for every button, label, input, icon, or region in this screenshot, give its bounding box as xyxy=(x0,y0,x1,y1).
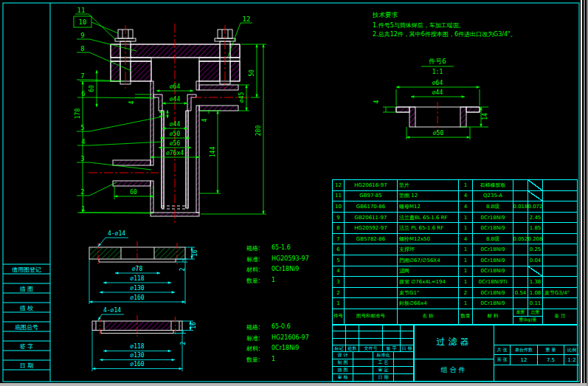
bom-w2: 0.072 xyxy=(528,201,543,213)
bom-no: 4 xyxy=(333,266,345,278)
detail6-dim-h: 14 xyxy=(482,113,488,120)
flange-a-dim-d2: ∅118 xyxy=(130,275,144,282)
bom-no: 12 xyxy=(333,180,345,191)
bom-std xyxy=(345,288,398,299)
bom-std: HG20592-97 xyxy=(345,223,398,234)
bom-no: 7 xyxy=(333,234,345,245)
bom-name: 螺栓M12x50 xyxy=(398,234,459,245)
bom-name: 螺母M12 xyxy=(398,201,459,213)
qty-label: 数量: xyxy=(246,356,271,367)
product-name: 过滤器 xyxy=(414,325,494,359)
bom-header-w1: 单重 xyxy=(513,309,528,317)
bom-w2: 0.04 xyxy=(528,255,543,266)
signature-grid: 设 计标准化 制 图工 艺 描 图审 定 审 核日 期 xyxy=(333,352,414,382)
bom-mat: 0Cr18Ni9Ti xyxy=(473,277,513,288)
bom-w2: 1.85 xyxy=(528,223,543,234)
bom-w2 xyxy=(528,266,543,278)
qty-value: 1 xyxy=(271,356,335,367)
flange-b-dim-d3: ∅130 xyxy=(130,352,144,359)
bom-w2: 0.25 xyxy=(528,244,543,255)
bom-name: 垫片 xyxy=(398,180,459,191)
flange-b-dim-thk: 16 xyxy=(190,322,197,329)
detail6-dim-thk: 4 xyxy=(373,100,380,103)
bom-remark xyxy=(543,223,577,234)
bom-qty: 1 xyxy=(459,223,473,234)
balloon-2: 2 xyxy=(80,188,84,196)
revision-rows xyxy=(333,325,414,345)
sheets-total-label: 共 张 xyxy=(494,345,511,355)
table-row: 10GB6170-86螺母M1248.8级0.0180.072 xyxy=(333,201,577,213)
bom-name: 接管 ∅76x4L=194 xyxy=(398,277,459,288)
bom-w2 xyxy=(528,191,543,202)
bom-qty: 1 xyxy=(459,266,473,278)
dim-d44b: ∅44 xyxy=(170,121,181,128)
bom-mat: 0Cr18Ni9 xyxy=(473,223,513,234)
bom-std: GB20611-97 xyxy=(345,213,398,224)
bom-std xyxy=(345,244,398,255)
bom-w2: 0.208 xyxy=(528,234,543,245)
bom-qty: 2 xyxy=(459,288,473,299)
bom-w2 xyxy=(528,180,543,191)
bom-std xyxy=(345,298,398,309)
left-strip-borrowed: 借用图登记 xyxy=(3,265,50,275)
left-strip-date: 日 期 xyxy=(3,361,50,371)
flange-a-dim-d4: ∅160 xyxy=(130,294,144,301)
sign-draw: 制 图 xyxy=(333,359,353,367)
balloon-1: 1 xyxy=(81,205,85,213)
bom-no: 11 xyxy=(333,191,345,202)
bom-mat: 8.8级 xyxy=(473,234,513,245)
bom-w1 xyxy=(513,266,528,278)
detail6-scale: 1:1 xyxy=(432,69,443,75)
rev-mark: 标记 xyxy=(333,345,346,352)
dim-60v: 60 xyxy=(89,85,95,92)
bom-remark xyxy=(543,255,577,266)
bom-remark xyxy=(543,277,577,288)
flange-a-dim-d3: ∅130 xyxy=(130,285,144,292)
std-label: 标准: xyxy=(246,334,271,345)
bom-qty: 1 xyxy=(459,277,473,288)
weight-value: 7.5 xyxy=(538,355,564,365)
bom-remark: 束节G3/4" xyxy=(543,288,577,299)
bom-no: 9 xyxy=(333,213,345,224)
right-bottom-blank xyxy=(494,365,578,381)
right-values: 第 张 12 7.5 1:2 xyxy=(494,355,578,365)
dim-4b: 4 xyxy=(128,100,135,104)
rev-doc: 文件号 xyxy=(359,345,383,352)
flange-view-b: 4-∅14 16 2 ∅118 ∅130 ∅160 xyxy=(92,307,197,371)
sign-approve: 审 定 xyxy=(373,367,394,374)
unit-qty-label: 单台件数 xyxy=(511,345,538,355)
bom-qty: 4 xyxy=(459,234,473,245)
bom-std: GB97-85 xyxy=(345,191,398,202)
bom-header-wkg: 重(kg)量 xyxy=(513,317,542,324)
bom-name: 法兰 PL 65-1.6 RF xyxy=(398,223,459,234)
bom-remark xyxy=(543,201,577,213)
bom-w1: 0.018 xyxy=(513,201,528,213)
bom-no: 1 xyxy=(333,298,345,309)
table-row: 9GB20611-97法兰盖BL 65-1.6 RF10Cr18Ni92.45 xyxy=(333,213,577,224)
bom-remark xyxy=(543,244,577,255)
balloon-5: 5 xyxy=(80,124,84,131)
mat-value: 0Cr18Ni9 xyxy=(271,266,335,277)
table-row: 1封板∅66x410Cr18Ni90.11 xyxy=(333,298,577,309)
dim-4a: 4 xyxy=(201,118,208,122)
rev-sign: 签 字 xyxy=(383,345,401,352)
spec-value: 65-0.6 xyxy=(271,323,335,334)
bom-w2: 1.38 xyxy=(528,277,543,288)
right-blank xyxy=(494,325,578,345)
rev-date: 日 期 xyxy=(401,345,414,352)
sign-process: 工 艺 xyxy=(373,359,394,367)
bom-header-w2: 总重 xyxy=(528,309,542,317)
flange-b-dim-holes: 4-∅14 xyxy=(103,307,121,314)
dim-d45: ∅45 xyxy=(238,92,245,103)
table-row: 11GB97-85垫圈 124Q235-A xyxy=(333,191,577,202)
bom-mat: 0Cr18Ni9 xyxy=(473,244,513,255)
flange-b-info: 规格:65-0.6 标准:HG21606-97 材料:0Cr18Ni9 数量:1 xyxy=(246,323,335,366)
table-row: 8HG20592-97法兰 PL 65-1.6 RF10Cr18Ni91.85 xyxy=(333,223,577,234)
dim-d50: ∅50 xyxy=(170,131,181,137)
notes-line-2: 2.总共12件，其中6件按本图，6件进出口改为G3/4"。 xyxy=(373,30,516,40)
bom-w1: 0.54 xyxy=(513,288,528,299)
bom-mat: 0Cr18Ni9 xyxy=(473,298,513,309)
dim-50: 50 xyxy=(249,69,255,77)
bom-w2: 0.11 xyxy=(528,298,543,309)
notes-line-1: 1.件号5与筒体焊后，车加工端面。 xyxy=(373,21,516,31)
